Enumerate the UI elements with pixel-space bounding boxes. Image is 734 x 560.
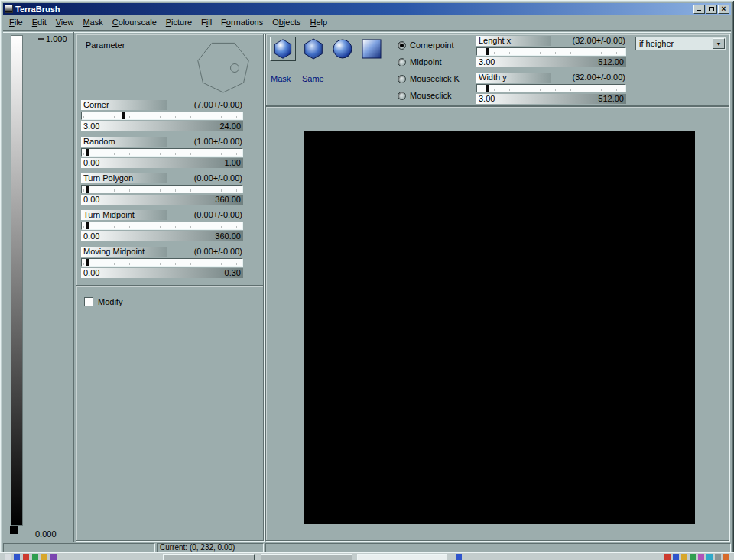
colourscale-bottom-marker[interactable] xyxy=(10,526,18,534)
menu-view[interactable]: View xyxy=(51,16,79,28)
menu-objects[interactable]: Objects xyxy=(268,16,305,28)
taskbar-icon[interactable] xyxy=(456,554,462,560)
titlebar[interactable]: TerraBrush × xyxy=(3,3,731,15)
modify-label: Modify xyxy=(98,297,122,306)
radio-icon xyxy=(398,41,406,50)
canvas-panel xyxy=(265,106,729,541)
mode-dropdown[interactable]: if heigher ▼ xyxy=(635,37,726,50)
taskbar-window-button[interactable] xyxy=(357,554,447,560)
slider-max: 512.00 xyxy=(598,94,624,104)
menu-picture[interactable]: Picture xyxy=(161,16,196,28)
status-cell-left xyxy=(3,543,155,552)
taskbar-icon[interactable] xyxy=(5,554,11,560)
slider-value: (32.00+/-0.00) xyxy=(573,73,625,83)
slider-label: Moving Midpoint xyxy=(81,247,167,257)
taskbar-icon[interactable] xyxy=(32,554,38,560)
status-current: Current: (0, 232, 0.00) xyxy=(157,543,264,552)
slider-min: 3.00 xyxy=(479,94,495,104)
parameter-panel: Parameter Corner (7.00+/-0.00) 3.00 24.0… xyxy=(76,34,264,286)
terrain-canvas[interactable] xyxy=(304,131,695,524)
random-slider-track[interactable] xyxy=(81,148,243,157)
width-y-slider-track[interactable] xyxy=(476,84,626,92)
modify-checkbox[interactable] xyxy=(84,297,93,306)
menubar: File Edit View Mask Colourscale Picture … xyxy=(3,15,731,29)
moving-midpoint-slider-track[interactable] xyxy=(81,258,243,267)
radio-midpoint[interactable]: Midpoint xyxy=(398,57,442,66)
radio-mouseclick-k[interactable]: Mouseclick K xyxy=(398,74,460,83)
turn-polygon-slider: Turn Polygon (0.00+/-0.00) 0.00 360.00 xyxy=(81,173,243,205)
taskbar-window-button[interactable] xyxy=(261,554,352,560)
radio-icon xyxy=(398,58,406,66)
slider-min: 0.00 xyxy=(83,268,99,278)
close-icon: × xyxy=(722,5,726,12)
chevron-down-icon: ▼ xyxy=(716,41,722,47)
minimize-icon xyxy=(697,10,701,11)
minimize-button[interactable] xyxy=(693,5,705,14)
taskbar-icon[interactable] xyxy=(664,554,671,560)
menu-file[interactable]: File xyxy=(5,16,28,28)
corner-slider-track[interactable] xyxy=(81,112,243,120)
radio-icon xyxy=(398,92,406,100)
taskbar-icon[interactable] xyxy=(706,554,713,560)
menu-formations[interactable]: Formations xyxy=(216,16,268,28)
slider-value: (0.00+/-0.00) xyxy=(194,247,242,257)
close-button[interactable]: × xyxy=(718,5,729,14)
colourscale-max-tick xyxy=(38,38,44,40)
slider-thumb[interactable] xyxy=(122,112,125,119)
taskbar-icon[interactable] xyxy=(23,554,29,560)
taskbar-window-button[interactable] xyxy=(163,554,255,560)
taskbar-icon[interactable] xyxy=(14,554,20,560)
taskbar-icon[interactable] xyxy=(715,554,721,560)
taskbar-icon[interactable] xyxy=(698,554,704,560)
slider-min: 0.00 xyxy=(83,195,99,205)
hexagon-mask-icon xyxy=(271,37,295,60)
slider-thumb[interactable] xyxy=(86,186,89,193)
radio-label: Midpoint xyxy=(410,57,442,66)
radio-cornerpoint[interactable]: Cornerpoint xyxy=(398,40,453,50)
taskbar-icon[interactable] xyxy=(50,554,57,560)
dropdown-arrow-button[interactable]: ▼ xyxy=(713,38,725,49)
turn-polygon-slider-track[interactable] xyxy=(81,185,243,193)
width-y-slider: Width y (32.00+/-0.00) 3.00 512.00 xyxy=(476,73,626,104)
turn-midpoint-slider-track[interactable] xyxy=(81,222,243,230)
slider-value: (32.00+/-0.00) xyxy=(573,36,625,46)
radio-label: Mouseclick K xyxy=(410,74,460,83)
brush-shape-sphere-button[interactable] xyxy=(330,37,356,61)
maximize-button[interactable] xyxy=(706,5,717,14)
length-x-slider-track[interactable] xyxy=(476,47,626,56)
menu-mask[interactable]: Mask xyxy=(78,16,107,28)
statusbar: Current: (0, 232, 0.00) xyxy=(3,543,731,552)
taskbar-icon[interactable] xyxy=(41,554,47,560)
colourscale-gradient-bar[interactable] xyxy=(11,35,23,526)
slider-thumb[interactable] xyxy=(86,149,89,156)
brush-shape-hexagon-button[interactable] xyxy=(300,37,326,61)
window-controls: × xyxy=(693,5,731,14)
slider-thumb[interactable] xyxy=(486,48,489,55)
menu-edit[interactable]: Edit xyxy=(28,16,51,28)
random-slider: Random (1.00+/-0.00) 0.00 1.00 xyxy=(81,137,243,168)
slider-value: (0.00+/-0.00) xyxy=(194,210,242,220)
colourscale-max-label: 1.000 xyxy=(46,34,67,44)
radio-mouseclick[interactable]: Mouseclick xyxy=(398,91,451,100)
mask-mode-label[interactable]: Mask xyxy=(271,74,291,83)
taskbar-icon[interactable] xyxy=(673,554,679,560)
same-mode-label[interactable]: Same xyxy=(302,74,324,83)
quick-launch-icons xyxy=(5,554,57,560)
taskbar-icon[interactable] xyxy=(723,554,729,560)
brush-shape-square-button[interactable] xyxy=(359,37,385,61)
slider-thumb[interactable] xyxy=(486,85,489,92)
menu-colourscale[interactable]: Colourscale xyxy=(108,16,161,28)
corner-slider: Corner (7.00+/-0.00) 3.00 24.00 xyxy=(81,100,243,131)
slider-thumb[interactable] xyxy=(86,259,89,266)
menu-help[interactable]: Help xyxy=(305,16,332,28)
radio-icon xyxy=(398,75,406,83)
taskbar-icon[interactable] xyxy=(681,554,687,560)
mode-dropdown-value: if heigher xyxy=(639,38,674,49)
menu-fill[interactable]: Fill xyxy=(196,16,216,28)
slider-thumb[interactable] xyxy=(86,222,89,229)
maximize-icon xyxy=(709,7,714,11)
slider-label: Random xyxy=(81,137,167,147)
taskbar-icon[interactable] xyxy=(690,554,696,560)
taskbar xyxy=(0,552,734,560)
brush-shape-mask-button[interactable] xyxy=(270,37,296,61)
